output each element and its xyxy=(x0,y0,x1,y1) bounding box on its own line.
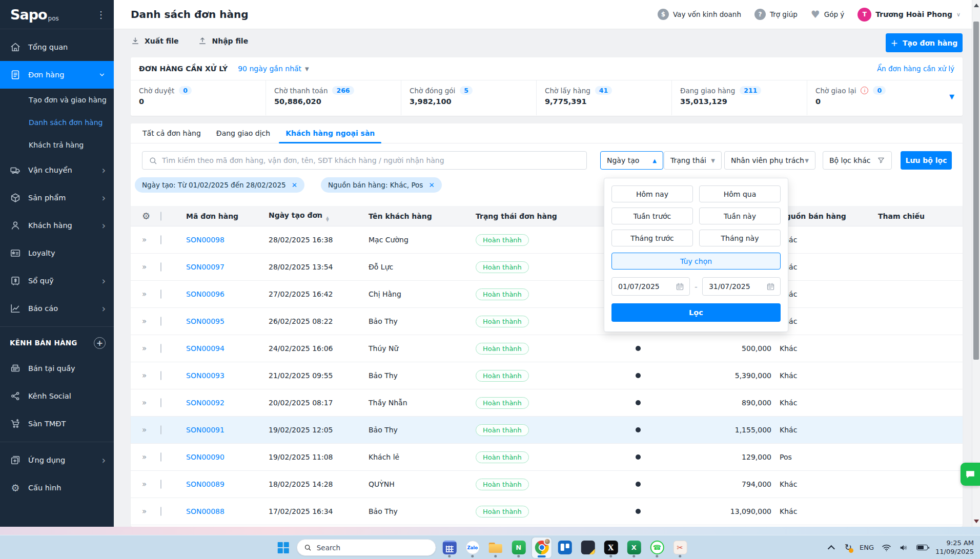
order-code-link[interactable]: SON00098 xyxy=(186,236,224,244)
trello-icon[interactable] xyxy=(555,537,575,558)
chat-widget-button[interactable] xyxy=(961,463,980,486)
order-code-link[interactable]: SON00095 xyxy=(186,317,224,325)
expand-row-icon[interactable]: » xyxy=(142,317,147,326)
feedback-link[interactable]: ♥Góp ý xyxy=(811,9,845,19)
expand-row-icon[interactable]: » xyxy=(142,398,147,407)
taskbar-clock[interactable]: 9:25 AM 11/09/2025 xyxy=(935,539,974,556)
stat-1[interactable]: Chờ thanh toán26650,886,020 xyxy=(266,80,401,115)
calculator-icon[interactable] xyxy=(440,537,459,558)
order-code-link[interactable]: SON00094 xyxy=(186,344,224,353)
row-checkbox[interactable] xyxy=(160,371,161,380)
business-loan-link[interactable]: $Vay vốn kinh doanh xyxy=(658,9,741,20)
row-checkbox[interactable] xyxy=(160,398,161,407)
tab-2[interactable]: Khách hàng ngoại sàn xyxy=(278,123,382,143)
row-checkbox[interactable] xyxy=(160,480,161,489)
update-pending-icon[interactable]: ↻ xyxy=(845,543,852,552)
sidebar-item-1[interactable]: Đơn hàng xyxy=(0,61,114,89)
sidebar-item-7[interactable]: Khách hàng› xyxy=(0,212,114,239)
sidebar-item-14[interactable]: Kênh Social xyxy=(0,382,114,410)
table-row[interactable]: »SON0009321/02/2025 09:55Bảo ThyHoàn thà… xyxy=(131,362,963,389)
table-row[interactable]: »SON0009526/02/2025 08:22Bảo ThyHoàn thà… xyxy=(131,308,963,335)
sidebar-kebab-icon[interactable]: ⋮ xyxy=(96,9,106,20)
windows-icon[interactable] xyxy=(274,537,293,558)
user-menu[interactable]: T Trương Hoài Phong ∨ xyxy=(858,8,961,22)
quick-date-button-4[interactable]: Tháng trước xyxy=(611,230,693,246)
table-row[interactable]: »SON0009828/02/2025 16:38Mạc CườngHoàn t… xyxy=(131,226,963,254)
volume-icon[interactable] xyxy=(899,544,909,552)
sapo-logo[interactable]: Sapopos xyxy=(10,7,59,23)
export-file-button[interactable]: Xuất file xyxy=(131,36,178,46)
sidebar-subitem-3[interactable]: Danh sách đơn hàng xyxy=(0,111,114,134)
hide-pending-link[interactable]: Ẩn đơn hàng cần xử lý xyxy=(877,65,954,73)
sidebar-subitem-2[interactable]: Tạo đơn và giao hàng xyxy=(0,89,114,111)
expand-row-icon[interactable]: » xyxy=(142,344,147,353)
row-checkbox[interactable] xyxy=(160,452,161,462)
expand-row-icon[interactable]: » xyxy=(142,371,147,380)
apply-filter-button[interactable]: Lọc xyxy=(611,303,781,322)
sidebar-item-8[interactable]: Loyalty xyxy=(0,239,114,267)
quick-date-button-3[interactable]: Tuần này xyxy=(699,208,781,224)
battery-icon[interactable] xyxy=(916,545,928,550)
quick-date-button-1[interactable]: Hôm qua xyxy=(699,185,781,202)
scrollbar-thumb[interactable] xyxy=(973,22,979,360)
import-file-button[interactable]: Nhập file xyxy=(198,36,248,46)
tab-0[interactable]: Tất cả đơn hàng xyxy=(135,123,209,143)
filter-status-button[interactable]: Trạng thái▼ xyxy=(664,151,722,170)
filter-other-button[interactable]: Bộ lọc khác xyxy=(823,151,892,170)
sidebar-subitem-4[interactable]: Khách trả hàng xyxy=(0,134,114,156)
expand-row-icon[interactable]: » xyxy=(142,507,147,516)
order-code-link[interactable]: SON00088 xyxy=(186,507,224,515)
expand-row-icon[interactable]: » xyxy=(142,235,147,244)
taskbar-search-box[interactable]: Search xyxy=(297,539,436,556)
select-all-checkbox[interactable] xyxy=(160,212,161,221)
sidebar-item-0[interactable]: Tổng quan xyxy=(0,33,114,61)
sort-icon[interactable]: ▲▼ xyxy=(326,216,329,221)
expand-row-icon[interactable]: » xyxy=(142,480,147,489)
stat-4[interactable]: Đang giao hàng21135,013,129 xyxy=(671,80,807,115)
x-app-icon[interactable]: X xyxy=(601,537,621,558)
expand-row-icon[interactable]: » xyxy=(142,452,147,462)
table-row[interactable]: »SON0009019/02/2025 11:08Khách lẻHoàn th… xyxy=(131,444,963,471)
order-code-link[interactable]: SON00090 xyxy=(186,453,224,461)
filter-date-button[interactable]: Ngày tạo▲ xyxy=(600,151,663,170)
custom-range-button[interactable]: Tùy chọn xyxy=(611,253,781,270)
create-order-button[interactable]: +Tạo đơn hàng xyxy=(886,33,963,52)
help-link[interactable]: ?Trợ giúp xyxy=(754,9,798,20)
snipping-tool-icon[interactable]: ✂ xyxy=(670,537,690,558)
expand-row-icon[interactable]: » xyxy=(142,289,147,299)
sidebar-item-6[interactable]: Sản phẩm› xyxy=(0,184,114,212)
tray-chevron-up-icon[interactable] xyxy=(828,545,835,552)
sidebar-item-18[interactable]: ⚙Cấu hình xyxy=(0,474,114,502)
quick-date-button-0[interactable]: Hôm nay xyxy=(611,185,693,202)
chip-remove-icon[interactable]: ✕ xyxy=(428,181,434,189)
order-code-link[interactable]: SON00091 xyxy=(186,426,224,434)
column-settings-gear-icon[interactable]: ⚙ xyxy=(142,211,150,221)
row-checkbox[interactable] xyxy=(160,289,161,299)
notes-app-icon[interactable]: N xyxy=(509,537,528,558)
search-input[interactable] xyxy=(162,156,580,164)
table-row[interactable]: »SON0008918/02/2025 14:28QUỲNHHoàn thành… xyxy=(131,471,963,498)
row-checkbox[interactable] xyxy=(160,425,161,434)
row-checkbox[interactable] xyxy=(160,344,161,353)
table-row[interactable]: »SON0009627/02/2025 16:42Chị HằngHoàn th… xyxy=(131,281,963,308)
date-to-input[interactable]: 31/07/2025 xyxy=(702,277,781,296)
order-code-link[interactable]: SON00096 xyxy=(186,290,224,298)
date-range-select[interactable]: 90 ngày gần nhất xyxy=(238,65,301,73)
excel-icon[interactable]: X xyxy=(624,537,644,558)
chip-remove-icon[interactable]: ✕ xyxy=(292,181,297,189)
chrome-icon[interactable] xyxy=(532,537,552,558)
stats-expand-chevron-icon[interactable]: ▼ xyxy=(949,93,954,100)
add-channel-button[interactable]: + xyxy=(94,337,106,349)
sidebar-item-5[interactable]: Vận chuyển› xyxy=(0,156,114,184)
sidebar-item-9[interactable]: Sổ quỹ› xyxy=(0,267,114,295)
scroll-down-arrow-icon[interactable] xyxy=(974,520,979,523)
save-filter-button[interactable]: Lưu bộ lọc xyxy=(901,151,952,170)
sidebar-item-15[interactable]: Sàn TMĐT xyxy=(0,410,114,438)
order-code-link[interactable]: SON00092 xyxy=(186,399,224,407)
zalo-icon[interactable]: Zalo xyxy=(463,537,482,558)
sidebar-item-17[interactable]: Ứng dụng› xyxy=(0,446,114,474)
sidebar-item-13[interactable]: Bán tại quầy xyxy=(0,355,114,382)
date-from-input[interactable]: 01/07/2025 xyxy=(611,277,690,296)
expand-row-icon[interactable]: » xyxy=(142,425,147,434)
page-scrollbar[interactable] xyxy=(972,0,980,527)
